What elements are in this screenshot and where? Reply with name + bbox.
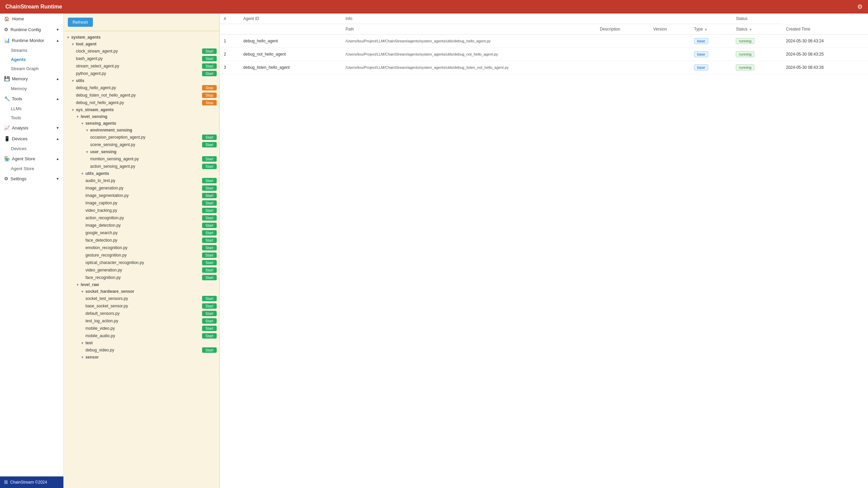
tree-row: emotion_recognition.pyStart bbox=[64, 244, 219, 251]
start-button[interactable]: Start bbox=[202, 63, 217, 69]
col-type: Type ∨ bbox=[690, 24, 732, 35]
gear-icon[interactable]: ⚙ bbox=[857, 3, 863, 11]
tree-row[interactable]: ▼socket_hardware_sensor bbox=[64, 288, 219, 295]
tree-row[interactable]: ▼level_sensing bbox=[64, 113, 219, 120]
start-button[interactable]: Start bbox=[202, 275, 217, 280]
tree-row[interactable]: ▼sensor bbox=[64, 354, 219, 361]
sidebar-group-runtime-config: ⚙Runtime Config ▼ bbox=[0, 24, 63, 35]
tree-row: image_segmentation.pyStart bbox=[64, 192, 219, 199]
start-button[interactable]: Start bbox=[202, 303, 217, 309]
tree-row[interactable]: ▼level_raw bbox=[64, 281, 219, 288]
start-button[interactable]: Start bbox=[202, 318, 217, 324]
cell-created-time: 2024-05-30 08:43:24 bbox=[782, 35, 868, 48]
agent-tree-toolbar: Refresh bbox=[64, 14, 219, 31]
start-button[interactable]: Start bbox=[202, 48, 217, 54]
start-button[interactable]: Start bbox=[202, 333, 217, 339]
start-button[interactable]: Start bbox=[202, 208, 217, 213]
tree-row[interactable]: ▼sys_stream_agents bbox=[64, 106, 219, 113]
start-button[interactable]: Start bbox=[202, 56, 217, 61]
tree-row[interactable]: ▼system_agents bbox=[64, 34, 219, 41]
refresh-button[interactable]: Refresh bbox=[68, 18, 93, 27]
sidebar-group-tools-header[interactable]: 🔧Tools ▲ bbox=[0, 93, 63, 104]
sidebar-group-runtime-config-header[interactable]: ⚙Runtime Config ▼ bbox=[0, 24, 63, 35]
stop-button[interactable]: Stop bbox=[202, 93, 217, 98]
col-agent-id: Agent ID bbox=[239, 14, 342, 24]
start-button[interactable]: Start bbox=[202, 178, 217, 183]
start-button[interactable]: Start bbox=[202, 245, 217, 250]
cell-version bbox=[649, 48, 690, 61]
sidebar-item-agent-store-sub[interactable]: Agent Store bbox=[0, 164, 63, 173]
chevron-down-icon: ▼ bbox=[56, 28, 59, 32]
config-icon: ⚙ bbox=[4, 27, 8, 32]
start-button[interactable]: Start bbox=[202, 164, 217, 169]
sidebar-group-memory-header[interactable]: 💾Memory ▲ bbox=[0, 73, 63, 84]
tree-row[interactable]: ▼user_sensing bbox=[64, 148, 219, 155]
sidebar-item-stream-graph[interactable]: Stream Graph bbox=[0, 64, 63, 73]
sidebar-group-analysis-header[interactable]: 📈Analysis ▼ bbox=[0, 122, 63, 133]
sidebar-item-agents[interactable]: Agents bbox=[0, 55, 63, 64]
sidebar-group-agent-store-header[interactable]: 🏪Agent Store ▲ bbox=[0, 153, 63, 164]
type-sort-icon: ∨ bbox=[705, 27, 707, 31]
start-button[interactable]: Start bbox=[202, 230, 217, 236]
sidebar-group-devices-header[interactable]: 📱Devices ▲ bbox=[0, 133, 63, 144]
sidebar-group-analysis: 📈Analysis ▼ bbox=[0, 122, 63, 133]
start-button[interactable]: Start bbox=[202, 252, 217, 258]
sidebar-item-llms[interactable]: LLMs bbox=[0, 104, 63, 113]
tree-row: python_agent.pyStart bbox=[64, 70, 219, 77]
tree-row[interactable]: ▼test bbox=[64, 340, 219, 346]
tree-row[interactable]: ▼utils_agents bbox=[64, 170, 219, 177]
start-button[interactable]: Start bbox=[202, 296, 217, 301]
sidebar-item-memroy[interactable]: Memroy bbox=[0, 84, 63, 93]
start-button[interactable]: Start bbox=[202, 200, 217, 206]
start-button[interactable]: Start bbox=[202, 193, 217, 198]
sidebar: 🏠 Home ⚙Runtime Config ▼ 📊Runtime Monito… bbox=[0, 14, 64, 488]
tree-row: audio_to_text.pyStart bbox=[64, 177, 219, 184]
tree-row[interactable]: ▼environment_sensing bbox=[64, 127, 219, 134]
tree-row: debug_not_hello_agent.pyStop bbox=[64, 99, 219, 106]
start-button[interactable]: Start bbox=[202, 326, 217, 331]
start-button[interactable]: Start bbox=[202, 156, 217, 162]
start-button[interactable]: Start bbox=[202, 238, 217, 243]
tree-row[interactable]: ▼sensing_agents bbox=[64, 120, 219, 127]
tree-row: debug_listen_not_hello_agent.pyStop bbox=[64, 92, 219, 99]
start-button[interactable]: Start bbox=[202, 311, 217, 316]
sidebar-group-settings-header[interactable]: ⚙Settings ▼ bbox=[0, 173, 63, 184]
tree-row[interactable]: ▼utils bbox=[64, 77, 219, 84]
expand-icon: ▼ bbox=[76, 283, 79, 287]
start-button[interactable]: Start bbox=[202, 347, 217, 353]
start-button[interactable]: Start bbox=[202, 267, 217, 273]
start-button[interactable]: Start bbox=[202, 223, 217, 228]
sidebar-item-tools-sub[interactable]: Tools bbox=[0, 113, 63, 122]
cell-description bbox=[596, 61, 649, 74]
status-sort-icon: ∨ bbox=[749, 27, 752, 31]
col-version: Version bbox=[649, 24, 690, 35]
sidebar-group-runtime-monitor-header[interactable]: 📊Runtime Monitor ▲ bbox=[0, 35, 63, 46]
start-button[interactable]: Start bbox=[202, 215, 217, 221]
tree-row: face_recognition.pyStart bbox=[64, 274, 219, 281]
sidebar-group-settings: ⚙Settings ▼ bbox=[0, 173, 63, 184]
app-header: ChainStream Runtime ⚙ bbox=[0, 0, 868, 14]
start-button[interactable]: Start bbox=[202, 135, 217, 140]
stop-button[interactable]: Stop bbox=[202, 100, 217, 105]
agent-store-children: Agent Store bbox=[0, 164, 63, 173]
agent-tree-panel: Refresh ▼system_agents▼tool_agentclock_s… bbox=[64, 14, 220, 488]
col-status: Status bbox=[732, 14, 782, 24]
start-button[interactable]: Start bbox=[202, 71, 217, 76]
sidebar-item-home[interactable]: 🏠 Home bbox=[0, 14, 63, 24]
start-button[interactable]: Start bbox=[202, 185, 217, 191]
cell-path: /Users/liou/Project/LLM/ChainStream/agen… bbox=[341, 35, 596, 48]
sidebar-item-streams[interactable]: Streams bbox=[0, 46, 63, 55]
start-button[interactable]: Start bbox=[202, 260, 217, 265]
col-description: Description bbox=[596, 24, 649, 35]
content-area: Refresh ▼system_agents▼tool_agentclock_s… bbox=[64, 14, 868, 488]
chevron-down-icon-analysis: ▼ bbox=[56, 126, 59, 130]
sidebar-item-devices-sub[interactable]: Devices bbox=[0, 144, 63, 153]
expand-icon: ▼ bbox=[76, 115, 79, 119]
cell-version bbox=[649, 35, 690, 48]
tree-row: test_log_action.pyStart bbox=[64, 317, 219, 325]
stop-button[interactable]: Stop bbox=[202, 85, 217, 90]
tree-row[interactable]: ▼tool_agent bbox=[64, 41, 219, 47]
start-button[interactable]: Start bbox=[202, 142, 217, 147]
col-path: Path bbox=[341, 24, 596, 35]
tree-row: image_caption.pyStart bbox=[64, 199, 219, 207]
